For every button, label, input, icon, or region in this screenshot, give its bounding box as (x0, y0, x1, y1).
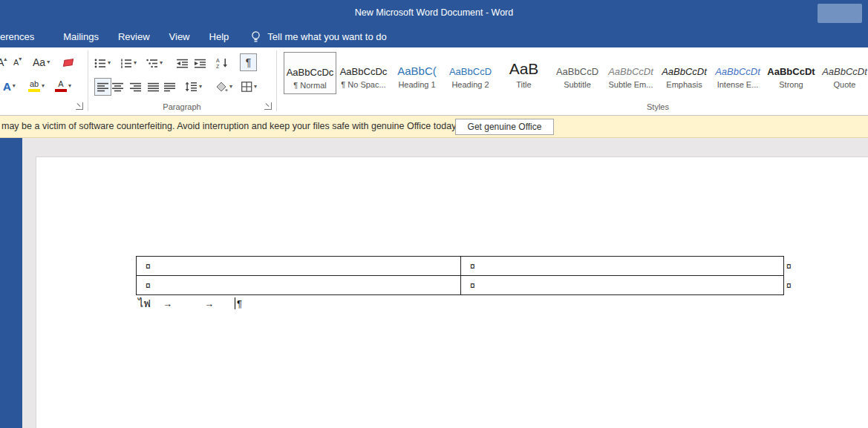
document-page[interactable]: ¤ ¤ ¤ ¤ ¤ ¤ ไฟ → → ¶ (36, 157, 868, 428)
shrink-font-glyph: A (13, 58, 19, 67)
text-effects-glyph: A (3, 80, 11, 93)
bullet-list-icon (94, 59, 106, 68)
eraser-icon (63, 59, 74, 67)
styles-group-label: Styles (282, 102, 868, 111)
sort-z-glyph: Z (216, 64, 220, 69)
align-left-icon (97, 82, 108, 92)
highlight-color-button[interactable]: ab ▾ (28, 77, 45, 95)
text-cursor (235, 297, 235, 309)
style-intense-emphasis[interactable]: AaBbCcDt Intense E... (711, 52, 764, 94)
style-subtle-emphasis[interactable]: AaBbCcDt Subtle Em... (604, 52, 657, 94)
align-right-button[interactable] (130, 78, 141, 96)
table-cell[interactable]: ¤ (461, 276, 784, 295)
end-of-cell-marker: ¤ (146, 261, 151, 271)
multilevel-list-button[interactable]: ▾ (146, 54, 163, 72)
align-left-button[interactable] (94, 78, 111, 96)
style-subtitle[interactable]: AaBbCcD Subtitle (551, 52, 604, 94)
decrease-indent-button[interactable] (177, 54, 189, 72)
style-heading-2[interactable]: AaBbCcD Heading 2 (444, 52, 497, 94)
table-row[interactable]: ¤ ¤ (137, 276, 784, 295)
style-name: Title (497, 80, 550, 89)
shading-button[interactable]: ▾ (216, 78, 232, 96)
tab-help[interactable]: Help (200, 26, 239, 47)
style-sample: AaBbCcDc (284, 53, 336, 79)
change-case-glyph: Aa (33, 56, 45, 68)
bullet-list-button[interactable]: ▾ (94, 54, 111, 72)
end-of-cell-marker: ¤ (470, 280, 475, 291)
table-row[interactable]: ¤ ¤ (137, 257, 784, 276)
tab-view[interactable]: View (160, 26, 200, 47)
table-cell[interactable]: ¤ (461, 257, 784, 276)
highlight-icon: ab (28, 80, 40, 92)
lightbulb-icon (250, 30, 261, 43)
font-color-button[interactable]: A ▾ (55, 77, 71, 95)
shrink-font-button[interactable]: A▾ (13, 53, 22, 71)
chevron-down-icon: ▾ (229, 84, 232, 90)
account-button[interactable] (818, 4, 862, 23)
style-normal[interactable]: AaBbCcDc ¶ Normal (284, 52, 336, 94)
style-name: Subtle Em... (604, 80, 657, 89)
style-sample: AaBbCcDt (765, 52, 818, 79)
distribute-icon (164, 82, 175, 92)
end-of-cell-marker: ¤ (470, 261, 475, 271)
tab-mark-icon: → (204, 298, 214, 310)
chevron-down-icon: ▾ (134, 60, 137, 66)
style-sample: AaBbCcDt (711, 52, 764, 79)
align-center-button[interactable] (112, 78, 123, 96)
justify-button[interactable] (148, 78, 159, 96)
clear-formatting-button[interactable] (64, 53, 73, 71)
chevron-down-icon: ▾ (108, 60, 111, 66)
font-dialog-launcher[interactable] (76, 102, 83, 110)
line-spacing-button[interactable]: ▾ (185, 78, 202, 96)
line-spacing-icon (185, 82, 198, 92)
paragraph-dialog-launcher[interactable] (264, 102, 272, 110)
style-sample: AaBbCcDc (337, 52, 390, 79)
get-genuine-office-button[interactable]: Get genuine Office (455, 119, 554, 135)
style-no-spacing[interactable]: AaBbCcDc ¶ No Spac... (337, 52, 390, 94)
tell-me-box[interactable]: Tell me what you want to do (250, 30, 386, 43)
table-cell[interactable]: ¤ (137, 276, 461, 295)
highlight-color-swatch (28, 89, 40, 92)
paragraph-group-label: Paragraph (93, 102, 271, 111)
justify-icon (148, 82, 159, 92)
style-title[interactable]: AaB Title (497, 52, 550, 94)
tab-references-clipped[interactable]: erences (0, 26, 45, 47)
style-name: Quote (818, 80, 868, 89)
grow-font-button[interactable]: A▴ (0, 53, 7, 71)
style-name: Strong (765, 80, 818, 89)
change-case-button[interactable]: Aa▾ (33, 53, 50, 71)
text-effects-button[interactable]: A▾ (3, 77, 16, 95)
style-sample: AaBbCcD (551, 52, 604, 79)
sort-a-glyph: A (216, 58, 220, 63)
numbered-list-button[interactable]: ▾ (120, 54, 137, 72)
increase-indent-icon (195, 59, 206, 68)
font-color-icon: A (55, 80, 67, 92)
pilcrow-mark: ¶ (237, 298, 242, 310)
banner-message: may be a victim of software counterfeiti… (1, 116, 458, 137)
table-cell[interactable]: ¤ (137, 257, 461, 276)
sort-button[interactable]: A Z (216, 54, 229, 72)
tell-me-label: Tell me what you want to do (267, 31, 386, 42)
style-strong[interactable]: AaBbCcDt Strong (765, 52, 818, 94)
style-name: ¶ Normal (284, 81, 336, 90)
borders-button[interactable]: ▾ (241, 78, 257, 96)
distribute-button[interactable] (164, 78, 175, 96)
tab-mailings[interactable]: Mailings (53, 26, 108, 47)
style-quote[interactable]: AaBbCcDt Quote (818, 52, 868, 94)
chevron-down-icon: ▾ (42, 83, 45, 89)
ribbon: A▴ A▾ Aa▾ A▾ ab ▾ A ▾ (0, 47, 868, 116)
tab-mark-icon: → (163, 298, 172, 310)
style-name: Heading 1 (391, 80, 443, 89)
show-hide-marks-button[interactable]: ¶ (240, 53, 257, 71)
sort-icon: A Z (216, 58, 229, 68)
document-table[interactable]: ¤ ¤ ¤ ¤ (136, 256, 784, 295)
style-heading-1[interactable]: AaBbC( Heading 1 (391, 52, 443, 94)
style-emphasis[interactable]: AaBbCcDt Emphasis (658, 52, 711, 94)
style-sample: AaBbCcD (444, 52, 497, 79)
style-sample: AaBbC( (391, 52, 443, 79)
up-arrow-icon: ▴ (4, 56, 7, 62)
title-bar: New Microsoft Word Document - Word (0, 0, 868, 26)
tab-review[interactable]: Review (108, 26, 160, 47)
multilevel-list-icon (146, 59, 158, 68)
increase-indent-button[interactable] (195, 54, 206, 72)
